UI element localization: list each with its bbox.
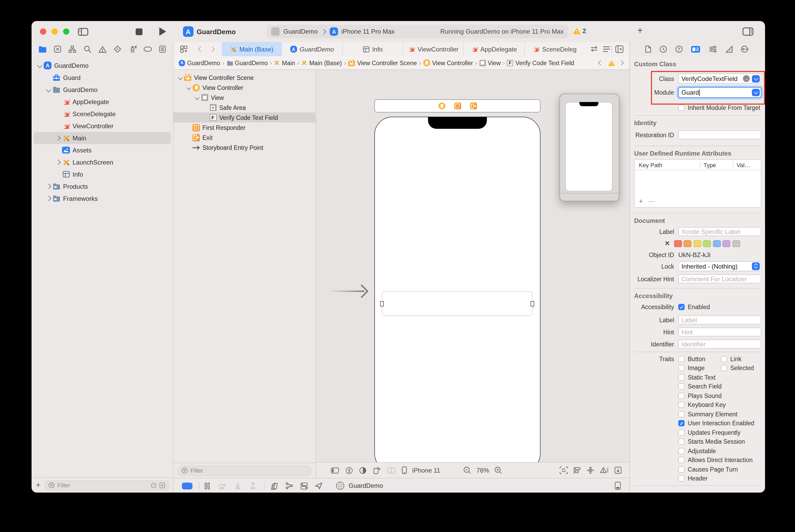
trait-link[interactable]: Link <box>721 354 763 363</box>
trait-image[interactable]: Image <box>678 363 721 373</box>
udra-col-value[interactable]: Val… <box>734 162 750 168</box>
jumpbar-group[interactable]: GuardDemo <box>226 60 268 66</box>
issues-badge[interactable]: 2 <box>573 27 586 35</box>
jumpbar-view[interactable]: View <box>479 60 500 66</box>
udra-remove-button[interactable]: — <box>648 197 655 205</box>
jumpbar-warning-icon[interactable] <box>608 60 614 66</box>
toggle-navigator-icon[interactable] <box>78 28 88 36</box>
run-button[interactable] <box>159 27 166 36</box>
tab-info[interactable]: Info <box>343 42 403 56</box>
simulate-location-icon[interactable] <box>315 482 322 489</box>
trait-summary-element[interactable]: Summary Element <box>678 410 763 419</box>
split-view-icon[interactable] <box>387 467 395 473</box>
udra-col-keypath[interactable]: Key Path <box>635 162 700 168</box>
navigator-filter-field[interactable]: Filter <box>45 480 169 490</box>
back-button[interactable] <box>198 46 203 52</box>
swatch-purple[interactable] <box>722 240 730 247</box>
report-navigator-tab[interactable] <box>159 45 166 53</box>
breakpoint-navigator-tab[interactable] <box>144 46 152 53</box>
tab-guarddemo[interactable]: A GuardDemo <box>282 42 343 56</box>
close-window-button[interactable] <box>40 28 46 35</box>
udra-add-button[interactable]: + <box>639 197 643 205</box>
trait-causes-page-turn[interactable]: Causes Page Turn <box>678 465 763 474</box>
udra-table[interactable]: Key Path Type Val… + — <box>634 159 761 208</box>
size-inspector-tab[interactable] <box>725 45 733 53</box>
issue-navigator-tab[interactable] <box>98 45 107 53</box>
connections-inspector-tab[interactable] <box>741 45 749 53</box>
memory-graph-icon[interactable] <box>285 482 294 489</box>
add-editor-icon[interactable] <box>615 45 624 53</box>
jumpbar-project[interactable]: A GuardDemo <box>179 60 220 66</box>
tree-item-assets[interactable]: Assets <box>32 144 173 156</box>
selection-handle-left[interactable] <box>380 301 384 306</box>
embed-icon[interactable] <box>614 466 622 474</box>
entry-point-arrow[interactable] <box>332 283 374 299</box>
jumpbar-scene[interactable]: View Controller Scene <box>348 60 417 66</box>
swatch-orange[interactable] <box>683 240 692 247</box>
jumpbar-main[interactable]: Main <box>274 60 295 66</box>
trait-keyboard-key[interactable]: Keyboard Key <box>678 400 763 410</box>
inherit-module-row[interactable]: Inherit Module From Target <box>678 104 760 111</box>
breakpoints-toggle[interactable] <box>182 482 192 489</box>
module-field[interactable]: Guard <box>678 87 761 98</box>
swatch-red[interactable] <box>674 240 682 247</box>
trait-user-interaction-enabled[interactable]: User Interaction Enabled <box>678 419 763 428</box>
appearance-icon[interactable] <box>359 467 366 474</box>
editor-options-icon[interactable] <box>603 46 610 53</box>
step-over-button[interactable] <box>218 482 226 489</box>
jumpbar-verify-code-text-field[interactable]: F Verify Code Text Field <box>507 60 574 66</box>
verify-code-text-field[interactable] <box>382 291 533 316</box>
align-icon[interactable] <box>573 466 581 474</box>
debug-app-label[interactable]: GuardDemo <box>348 482 383 489</box>
class-dropdown-button[interactable] <box>752 75 760 82</box>
acc-identifier-field[interactable]: Identifier <box>678 340 761 348</box>
source-control-tab[interactable] <box>54 45 61 53</box>
outline-view-controller[interactable]: View Controller <box>173 82 316 93</box>
scheme-destination[interactable]: iPhone 11 Pro Max <box>341 28 395 35</box>
environment-overrides-icon[interactable] <box>300 482 308 490</box>
restoration-id-field[interactable] <box>678 130 761 139</box>
trait-plays-sound[interactable]: Plays Sound <box>678 391 763 400</box>
swap-editor-icon[interactable] <box>590 45 598 53</box>
swatch-green[interactable] <box>703 240 711 247</box>
update-frames-icon[interactable] <box>560 466 568 474</box>
jumpbar-view-controller[interactable]: View Controller <box>423 59 473 66</box>
tree-item-guarddemo-group[interactable]: GuardDemo <box>32 83 173 96</box>
outline-filter-field[interactable]: Filter <box>178 466 311 475</box>
scene-view-controller-icon[interactable] <box>438 102 445 109</box>
tree-item-products[interactable]: Products <box>32 180 173 192</box>
add-constraints-icon[interactable] <box>586 466 595 474</box>
prev-issue-button[interactable] <box>598 60 603 65</box>
acc-hint-field[interactable]: Hint <box>678 327 761 337</box>
device-preview-window[interactable] <box>560 94 619 201</box>
tree-item-scenedelegate[interactable]: SceneDelegate <box>32 108 173 120</box>
pause-button[interactable] <box>205 482 210 489</box>
document-label-field[interactable]: Xcode Specific Label <box>678 227 761 236</box>
history-inspector-tab[interactable] <box>659 45 667 53</box>
swatch-blue[interactable] <box>713 240 721 247</box>
identity-inspector-tab[interactable] <box>691 45 701 53</box>
outline-verify-code-text-field[interactable]: F Verify Code Text Field <box>173 113 316 122</box>
add-file-button[interactable]: + <box>36 480 41 490</box>
zoom-level[interactable]: 76% <box>476 467 489 474</box>
storyboard-canvas[interactable]: iPhone 11 76% <box>316 70 629 493</box>
help-inspector-tab[interactable]: ? <box>675 45 683 53</box>
outline-safe-area[interactable]: Safe Area <box>173 102 316 113</box>
trait-allows-direct-interaction[interactable]: Allows Direct Interaction <box>678 456 763 465</box>
debug-device-icon[interactable] <box>614 481 621 490</box>
tab-scenedelegate[interactable]: SceneDeleg <box>525 42 585 56</box>
recent-files-icon[interactable] <box>151 482 157 488</box>
outline-view-controller-scene[interactable]: View Controller Scene <box>173 73 316 82</box>
outline-view[interactable]: View <box>173 93 316 102</box>
outline-exit[interactable]: Exit <box>173 132 316 142</box>
zoom-out-button[interactable] <box>463 466 471 474</box>
tree-item-frameworks[interactable]: Frameworks <box>32 192 173 205</box>
orientation-icon[interactable] <box>373 466 381 474</box>
view-hierarchy-icon[interactable] <box>271 482 279 490</box>
scm-filter-icon[interactable] <box>159 482 165 488</box>
symbol-navigator-tab[interactable] <box>69 45 76 53</box>
scene-exit-icon[interactable] <box>470 102 477 109</box>
iphone-scene[interactable] <box>374 117 541 472</box>
tab-main-base[interactable]: Main (Base) <box>222 42 282 56</box>
scene-first-responder-icon[interactable] <box>454 102 461 109</box>
